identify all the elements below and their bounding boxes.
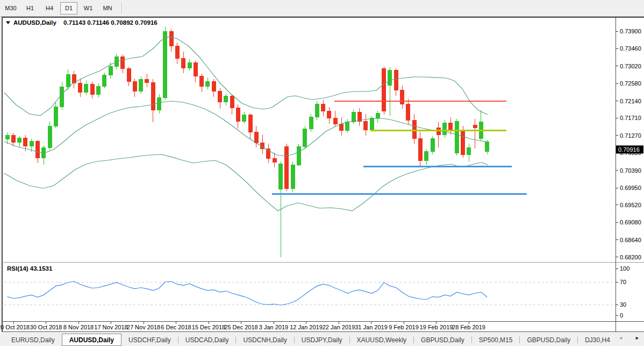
rsi-axis-label: 100: [620, 265, 629, 272]
tab-scroll-arrows: ◄ ►: [616, 335, 644, 341]
price-axis-label: 0.72140: [620, 98, 641, 104]
price-axis-label: 0.72580: [620, 80, 641, 87]
price-axis-label: 0.68640: [620, 237, 641, 243]
tab-usdcnh-daily[interactable]: USDCNH,Daily: [236, 334, 294, 345]
current-price-badge: 0.70916: [616, 145, 643, 153]
price-axis-label: 0.73020: [620, 63, 641, 69]
tab-usdjpy-daily[interactable]: USDJPY,Daily: [295, 334, 349, 345]
price-axis-label: 0.71270: [620, 132, 641, 139]
time-axis-label: 22 Jan 2019: [323, 324, 355, 330]
time-axis-label: 20 Oct 2018: [0, 324, 30, 330]
chart-window: 0.739000.734600.730200.725800.721400.717…: [0, 0, 644, 346]
time-axis-label: 30 Oct 2018: [30, 324, 62, 330]
chart-plot-area[interactable]: [4, 18, 616, 262]
price-axis-label: 0.71710: [620, 115, 641, 121]
symbol-tab-bar: EURUSD,DailyAUDUSD,DailyUSDCHF,DailyUSDC…: [0, 332, 644, 346]
price-axis-label: 0.69950: [620, 185, 641, 191]
svg-text:AUDUSD,Daily 0.71143 0: AUDUSD,Daily 0.71143 0.71146 0.70892 0.7…: [13, 19, 158, 26]
time-axis-label: 17 Nov 2018: [94, 324, 127, 330]
price-axis-label: 0.69520: [620, 202, 641, 208]
time-axis-label: 3 Jan 2019: [259, 324, 288, 330]
tab-usdchf-daily[interactable]: USDCHF,Daily: [121, 334, 178, 345]
time-axis-label: 31 Jan 2019: [355, 324, 388, 330]
tab-gbpusd-daily-2[interactable]: GBPUSD,Daily: [520, 334, 577, 345]
tab-xauusd-weekly[interactable]: XAUUSD,Weekly: [350, 334, 413, 345]
time-axis-label: 25 Dec 2018: [224, 324, 257, 330]
tab-dj30-h4[interactable]: DJ30,H4: [578, 334, 616, 345]
time-axis-label: 27 Nov 2018: [127, 324, 160, 330]
tab-scroll-right-icon[interactable]: ►: [635, 335, 640, 341]
time-axis-label: 28 Feb 2019: [452, 324, 485, 330]
chart-title-ohlc: 0.71143 0.71146 0.70892 0.70916: [63, 19, 158, 26]
tab-usdcad-daily[interactable]: USDCAD,Daily: [178, 334, 236, 345]
current-price-badge-value: 0.70916: [618, 146, 640, 153]
price-axis-label: 0.68200: [620, 254, 641, 260]
symbol-tabs: EURUSD,DailyAUDUSD,DailyUSDCHF,DailyUSDC…: [0, 334, 616, 346]
time-axis-label: 6 Dec 2018: [161, 324, 191, 330]
tab-gbpusd-daily[interactable]: GBPUSD,Daily: [414, 334, 471, 345]
rsi-axis-label: 30: [620, 301, 626, 308]
price-axis-label: 0.69080: [620, 219, 641, 225]
time-axis-label: 8 Nov 2018: [63, 324, 94, 330]
price-axis-label: 0.73460: [620, 45, 641, 52]
time-axis-label: 9 Feb 2019: [389, 324, 419, 330]
tab-eurusd-daily[interactable]: EURUSD,Daily: [4, 334, 62, 345]
chart-title-symbol: AUDUSD,Daily: [13, 19, 56, 26]
tab-audusd-daily[interactable]: AUDUSD,Daily: [62, 334, 121, 346]
time-axis-label: 19 Feb 2019: [420, 324, 453, 330]
mt4-window: M30H1H4D1W1MN 0.739000.734600.730200.725…: [0, 0, 644, 346]
tab-sp500-m15[interactable]: SP500,M15: [472, 334, 520, 345]
rsi-axis-label: 0: [620, 312, 623, 319]
chart-title: AUDUSD,Daily 0.71143 0.71146 0.70892 0.7…: [6, 19, 158, 26]
rsi-axis-label: 70: [620, 279, 626, 285]
rsi-label: RSI(14) 43.1531: [7, 265, 53, 272]
price-axis-label: 0.70390: [620, 167, 641, 174]
time-axis-label: 15 Dec 2018: [192, 324, 225, 330]
time-axis-label: 12 Jan 2019: [290, 324, 323, 330]
tab-scroll-left-icon[interactable]: ◄: [618, 335, 623, 341]
price-axis-label: 0.73900: [620, 28, 641, 34]
